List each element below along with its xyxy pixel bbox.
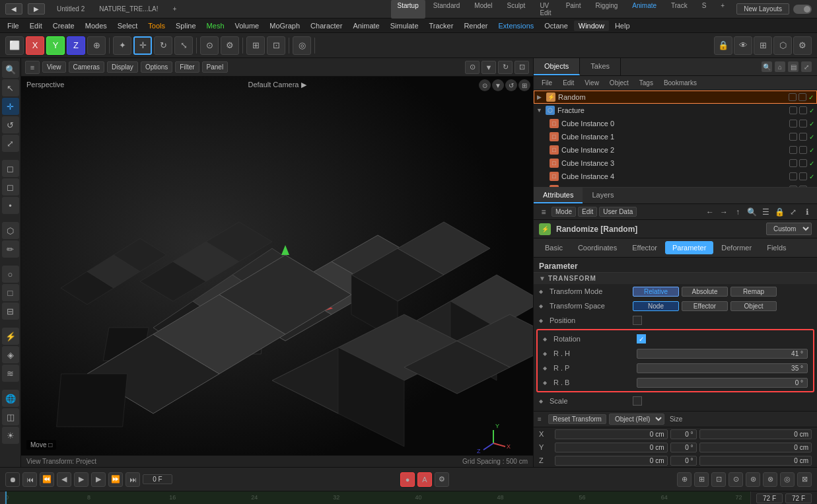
ci0-vis[interactable]: [789, 120, 797, 127]
doc-tab-2[interactable]: NATURE_TRE...LA!: [92, 3, 164, 15]
tl-current-frame[interactable]: [143, 474, 172, 484]
layout-toggle[interactable]: [793, 5, 812, 14]
obj-hdr-view[interactable]: View: [581, 79, 603, 87]
obj-hdr-tags[interactable]: Tags: [635, 79, 657, 87]
add-tab-button[interactable]: +: [714, 0, 731, 18]
position-checkbox[interactable]: [633, 316, 642, 325]
attrs-userdata-btn[interactable]: User Data: [599, 207, 637, 217]
tab-sculpt[interactable]: Sculpt: [501, 0, 532, 18]
rh-value[interactable]: 41 °: [637, 349, 808, 359]
light-icon[interactable]: ☀: [2, 427, 19, 444]
xyz-x-val3[interactable]: 0 cm: [699, 429, 812, 439]
obj-item-ci3[interactable]: □ Cube Instance 3 ✓: [534, 157, 817, 170]
attrs-fwd-icon[interactable]: →: [718, 206, 730, 218]
camera-nav-icon[interactable]: 🔍: [2, 61, 19, 78]
select-icon[interactable]: ✦: [113, 36, 131, 55]
ptab-basic[interactable]: Basic: [538, 241, 570, 254]
attrs-search-icon[interactable]: 🔍: [746, 206, 758, 218]
fracture-vis-dot[interactable]: [789, 106, 797, 114]
grid-icon[interactable]: ⊞: [246, 36, 265, 55]
rb-value[interactable]: 0 °: [637, 378, 808, 388]
scale-icon[interactable]: ⤡: [174, 36, 193, 55]
tab-rigging[interactable]: Rigging: [588, 0, 624, 18]
point-icon[interactable]: •: [2, 197, 19, 214]
vt-filter-btn[interactable]: Filter: [175, 61, 199, 73]
obj-hdr-edit[interactable]: Edit: [559, 79, 578, 87]
rotate-tool-icon[interactable]: ↺: [2, 116, 19, 133]
eye-icon[interactable]: 👁: [734, 36, 752, 55]
obj-item-ci1[interactable]: □ Cube Instance 1 ✓: [534, 130, 817, 143]
rotation-checkbox[interactable]: ✓: [637, 334, 646, 343]
sphere-icon[interactable]: ○: [2, 266, 19, 283]
menu-spline[interactable]: Spline: [171, 20, 201, 31]
layer-icon[interactable]: ⊞: [754, 36, 772, 55]
ptab-parameter[interactable]: Parameter: [665, 241, 713, 254]
expand-fracture[interactable]: ▼: [536, 107, 543, 114]
attrs-mode-btn[interactable]: Mode: [551, 207, 576, 217]
reset-transform-btn[interactable]: Reset Transform: [548, 414, 606, 424]
tl-icon8[interactable]: ⊠: [797, 472, 812, 487]
home-icon[interactable]: ⌂: [775, 61, 785, 72]
tl-play-btn[interactable]: ▶: [74, 472, 89, 487]
scale-checkbox[interactable]: [633, 396, 642, 406]
obj-hdr-object[interactable]: Object: [606, 79, 633, 87]
vt-cameras-btn[interactable]: Cameras: [69, 61, 105, 73]
ci0-render[interactable]: [799, 120, 807, 127]
undo-button[interactable]: ◀: [5, 3, 22, 15]
tab-model[interactable]: Model: [468, 0, 499, 18]
y-axis-icon[interactable]: Y: [46, 36, 65, 55]
deformer-icon[interactable]: ≋: [2, 365, 19, 382]
menu-volume[interactable]: Volume: [231, 20, 264, 31]
brush-icon[interactable]: ✏: [2, 240, 19, 258]
menu-file[interactable]: File: [3, 20, 24, 31]
xyz-menu-icon[interactable]: ≡: [538, 415, 546, 423]
tl-icon5[interactable]: ⊛: [746, 472, 760, 487]
edge-icon[interactable]: ◻: [2, 178, 19, 196]
expand-icon[interactable]: ⤢: [801, 61, 812, 72]
tl-icon3[interactable]: ⊡: [711, 472, 726, 487]
menu-animate[interactable]: Animate: [348, 20, 384, 31]
ptab-effector[interactable]: Effector: [625, 241, 664, 254]
tab-layers[interactable]: Layers: [583, 188, 623, 203]
x-axis-icon[interactable]: X: [26, 36, 44, 55]
new-layouts-button[interactable]: New Layouts: [736, 3, 789, 15]
attrs-up-icon[interactable]: ↑: [732, 206, 744, 218]
attrs-menu-icon[interactable]: ≡: [538, 206, 550, 218]
tl-autokey-btn[interactable]: A: [417, 472, 432, 487]
vt-icon1[interactable]: ⊙: [465, 61, 480, 74]
expand-random[interactable]: ▶: [537, 94, 544, 100]
pivot-icon[interactable]: ⊙: [200, 36, 219, 55]
3d-scene[interactable]: Y X Z Move □ ⊙ ▼ ↺ ⊞: [21, 77, 533, 455]
tab-startup[interactable]: Startup: [391, 0, 425, 18]
attrs-info-icon[interactable]: ℹ: [801, 206, 813, 218]
tab-s[interactable]: S: [695, 0, 713, 18]
menu-select[interactable]: Select: [113, 20, 143, 31]
obj-item-random[interactable]: ▶ ⚡ Random ✓: [534, 90, 817, 104]
tab-takes[interactable]: Takes: [580, 58, 621, 75]
node-icon[interactable]: ⬡: [773, 36, 792, 55]
vt-icon3[interactable]: ↻: [498, 61, 513, 74]
tl-icon6[interactable]: ⊗: [763, 472, 777, 487]
randomize-dropdown[interactable]: Custom: [766, 223, 812, 235]
tl-next-btn[interactable]: ⏩: [108, 472, 123, 487]
grid2-icon[interactable]: ⊡: [267, 36, 285, 55]
settings-icon[interactable]: ⚙: [793, 36, 812, 55]
vt-menu-icon[interactable]: ≡: [25, 61, 40, 74]
xyz-z-val3[interactable]: 0 cm: [699, 456, 812, 466]
transform-icon[interactable]: ⊕: [87, 36, 106, 55]
fracture-check[interactable]: ✓: [809, 107, 814, 114]
vt-icon2[interactable]: ▼: [481, 61, 496, 74]
polygon-icon[interactable]: ◻: [2, 160, 19, 177]
tl-first-btn[interactable]: ⏮: [22, 472, 37, 487]
tl-max-frame-input[interactable]: [785, 493, 812, 503]
xyz-x-val1[interactable]: 0 cm: [555, 429, 668, 439]
render-icon[interactable]: ◎: [293, 36, 311, 55]
nav-icon-4[interactable]: ⊞: [518, 79, 530, 91]
menu-render[interactable]: Render: [459, 20, 492, 31]
doc-tab-1[interactable]: Untitled 2: [50, 3, 91, 15]
transform-mode-remap[interactable]: Remap: [730, 287, 777, 297]
object-rel-dropdown[interactable]: Object (Rel): [609, 414, 664, 425]
transform-mode-relative[interactable]: Relative: [633, 287, 679, 297]
menu-octane[interactable]: Octane: [540, 20, 572, 31]
nav-icon-3[interactable]: ↺: [505, 79, 517, 91]
